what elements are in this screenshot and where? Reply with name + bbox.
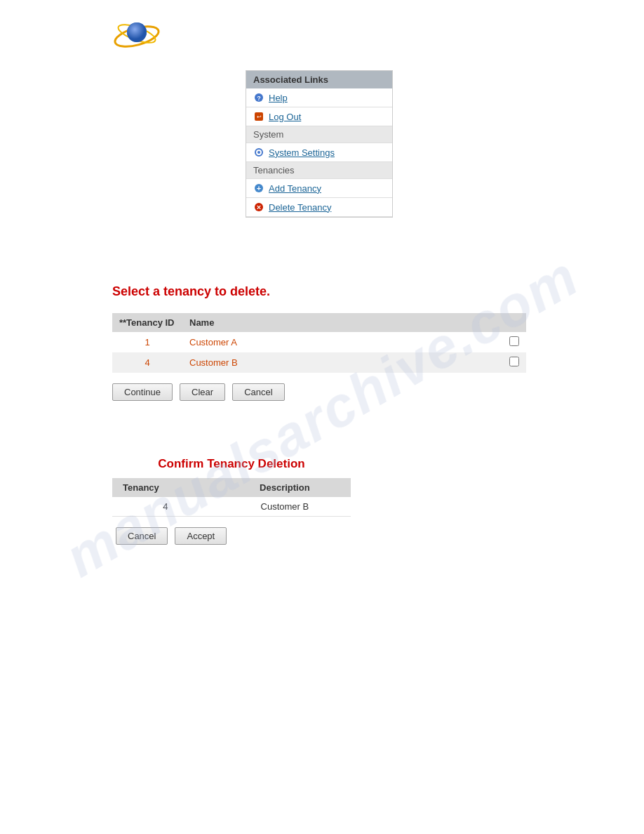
confirm-section: Confirm Tenancy Deletion Tenancy Descrip… — [112, 457, 351, 545]
nav-item-delete-tenancy[interactable]: × Delete Tenancy — [246, 198, 392, 217]
confirm-table-row: 4 Customer B — [112, 497, 351, 517]
logout-icon: ↩ — [253, 111, 264, 122]
confirm-row-description: Customer B — [219, 497, 351, 517]
confirm-header-row: Tenancy Description — [112, 478, 351, 497]
logo-area — [0, 0, 644, 60]
svg-point-9 — [257, 151, 260, 154]
delete-tenancy-icon: × — [253, 201, 264, 213]
col-header-id: **Tenancy ID — [112, 313, 182, 332]
confirm-col-description: Description — [219, 478, 351, 497]
help-link[interactable]: Help — [269, 93, 288, 103]
row-id: 1 — [112, 332, 182, 352]
nav-item-add-tenancy[interactable]: + Add Tenancy — [246, 179, 392, 198]
select-title: Select a tenancy to delete. — [112, 284, 644, 299]
logo — [112, 14, 161, 53]
nav-section-system: System — [246, 126, 392, 143]
confirm-row-tenancy: 4 — [112, 497, 219, 517]
nav-panel-header: Associated Links — [246, 71, 392, 88]
col-header-name: Name — [182, 313, 498, 332]
clear-button[interactable]: Clear — [180, 383, 225, 401]
row-checkbox-cell — [498, 352, 526, 373]
cancel-button-confirm[interactable]: Cancel — [116, 527, 168, 545]
row-checkbox[interactable] — [509, 336, 519, 346]
add-tenancy-link[interactable]: Add Tenancy — [269, 183, 321, 194]
accept-button[interactable]: Accept — [175, 527, 227, 545]
row-checkbox[interactable] — [509, 357, 519, 366]
table-row: 1 Customer A — [112, 332, 526, 352]
nav-section-tenancies: Tenancies — [246, 162, 392, 179]
continue-button[interactable]: Continue — [112, 383, 173, 401]
settings-icon — [253, 147, 264, 158]
svg-text:×: × — [257, 203, 261, 211]
svg-text:↩: ↩ — [257, 114, 262, 120]
cancel-button-select[interactable]: Cancel — [232, 383, 284, 401]
nav-item-help[interactable]: ? Help — [246, 88, 392, 107]
row-name: Customer B — [182, 352, 498, 373]
row-name: Customer A — [182, 332, 498, 352]
tenancy-table: **Tenancy ID Name 1 Customer A 4 Custome… — [112, 313, 526, 373]
nav-item-logout[interactable]: ↩ Log Out — [246, 107, 392, 126]
logout-link[interactable]: Log Out — [269, 112, 301, 122]
nav-panel: Associated Links ? Help ↩ Log Out System… — [246, 70, 393, 218]
col-header-select — [498, 313, 526, 332]
svg-point-3 — [127, 22, 147, 42]
svg-text:+: + — [257, 184, 261, 192]
confirm-title: Confirm Tenancy Deletion — [112, 457, 351, 471]
row-checkbox-cell — [498, 332, 526, 352]
confirm-table: Tenancy Description 4 Customer B — [112, 478, 351, 517]
help-icon: ? — [253, 92, 264, 103]
nav-item-system-settings[interactable]: System Settings — [246, 143, 392, 162]
table-header-row: **Tenancy ID Name — [112, 313, 526, 332]
row-id: 4 — [112, 352, 182, 373]
confirm-col-tenancy: Tenancy — [112, 478, 219, 497]
system-settings-link[interactable]: System Settings — [269, 147, 335, 158]
svg-text:?: ? — [257, 95, 261, 102]
select-tenancy-section: Select a tenancy to delete. **Tenancy ID… — [112, 284, 644, 401]
add-tenancy-icon: + — [253, 183, 264, 194]
delete-tenancy-link[interactable]: Delete Tenancy — [269, 202, 331, 213]
select-button-row: Continue Clear Cancel — [112, 383, 644, 401]
confirm-button-row: Cancel Accept — [112, 527, 351, 545]
table-row: 4 Customer B — [112, 352, 526, 373]
